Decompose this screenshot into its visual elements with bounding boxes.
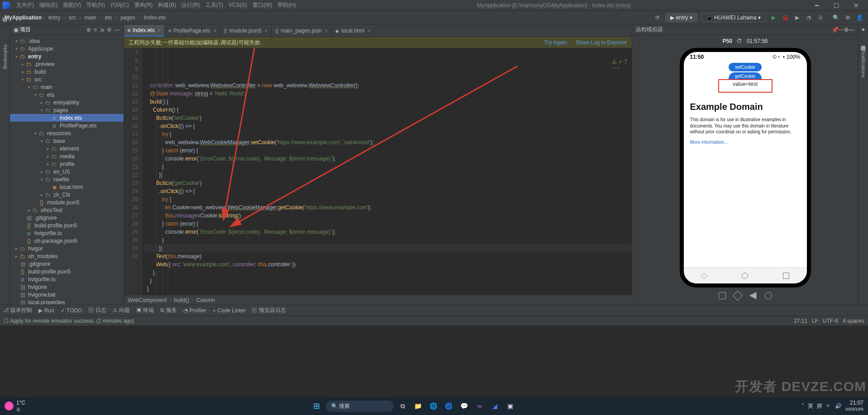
gear-icon[interactable]: ⚙ xyxy=(844,27,849,33)
tree-node[interactable]: ▾🗀ets xyxy=(10,91,124,99)
close-button[interactable]: ✕ xyxy=(847,2,865,9)
system-tray[interactable]: ˄ 英 拼 ᯤ 🔊 21:072023/10/6 xyxy=(801,400,863,412)
tree-node[interactable]: ▾🗀main xyxy=(10,83,124,91)
tree-node[interactable]: ▤local.properties xyxy=(10,298,124,305)
breadcrumb-part[interactable]: Index.ets xyxy=(144,14,166,21)
ime-indicator[interactable]: 英 xyxy=(808,402,813,410)
menu-item[interactable]: 视图(V) xyxy=(61,1,83,9)
tree-node[interactable]: ▸🗀ohosTest xyxy=(10,206,124,214)
breadcrumb-part[interactable]: src xyxy=(69,14,76,21)
line-gutter[interactable]: 7891011121314151617181920212223242526272… xyxy=(124,48,142,295)
bottom-tab[interactable]: ▤ 日志 xyxy=(88,307,106,314)
back-nav-icon[interactable] xyxy=(701,273,707,279)
collapse-all-icon[interactable]: ⇲ xyxy=(100,27,104,33)
window-controls[interactable]: ━ ☐ ✕ xyxy=(808,2,865,9)
caret-position[interactable]: 27:11 xyxy=(794,318,807,324)
tree-node[interactable]: ▾🗀.idea xyxy=(10,37,124,45)
more-icon[interactable]: ⋯ xyxy=(839,27,844,33)
explorer-icon[interactable]: 📁 xyxy=(412,400,424,412)
bottom-tab[interactable]: ▤ 预览器日志 xyxy=(252,307,286,314)
sync-icon[interactable]: ⟳ xyxy=(653,14,662,22)
tree-node[interactable]: ▤hvigorw.bat xyxy=(10,291,124,298)
profile-button[interactable]: ◔ xyxy=(805,14,813,22)
wechat-icon[interactable]: 💬 xyxy=(458,400,471,412)
editor-tab[interactable]: {}module.json5× xyxy=(220,25,272,37)
maximize-button[interactable]: ☐ xyxy=(828,2,846,9)
right-tab-dot[interactable]: ● xyxy=(862,26,865,33)
editor-tab[interactable]: ⧈ProfilePage.ets× xyxy=(165,25,220,37)
tree-node[interactable]: ▾🗀base xyxy=(10,137,124,145)
gear-icon[interactable]: ⚙ xyxy=(107,27,112,33)
bottom-tab[interactable]: ✓ TODO xyxy=(61,307,82,314)
taskbar-search[interactable]: 🔍 搜索 xyxy=(326,401,394,412)
right-tool-stripe[interactable]: ● 属性检查器 Notifications xyxy=(858,24,868,305)
minimize-button[interactable]: ━ xyxy=(808,2,826,9)
run-button[interactable]: ▶ xyxy=(769,14,777,22)
bottom-tab[interactable]: ▶ Run xyxy=(38,307,54,314)
tree-node[interactable]: ▸🗀.preview xyxy=(10,60,124,68)
tree-node[interactable]: ▸🗀en_US xyxy=(10,168,124,175)
more-info-link[interactable]: More information... xyxy=(690,140,728,145)
menu-item[interactable]: 窗口(W) xyxy=(251,1,274,9)
expand-all-icon[interactable]: ≡ xyxy=(94,27,97,33)
try-again-link[interactable]: Try Again xyxy=(544,39,567,46)
edge-icon[interactable]: 🌐 xyxy=(427,400,440,412)
tree-node[interactable]: ▸🗀media xyxy=(10,152,124,160)
tree-node[interactable]: ▾🗀AppScope xyxy=(10,45,124,52)
tree-node[interactable]: ▤hvigorw xyxy=(10,283,124,291)
tree-node[interactable]: ▸🗀zh_CN xyxy=(10,191,124,198)
debug-button[interactable]: 🐞 xyxy=(781,14,789,22)
bottom-tab[interactable]: ⧉ 服务 xyxy=(160,307,176,314)
close-tab-icon[interactable]: × xyxy=(214,28,216,33)
tree-node[interactable]: {}module.json5 xyxy=(10,198,124,206)
bottom-tab[interactable]: ⎇ 版本控制 xyxy=(3,307,32,314)
tree-node[interactable]: ▸🗀hvigor xyxy=(10,245,124,252)
line-separator[interactable]: LF xyxy=(812,318,818,324)
bottom-tab[interactable]: ▣ 终端 xyxy=(136,307,154,314)
close-tab-icon[interactable]: × xyxy=(325,28,328,33)
attach-button[interactable]: ⎘ xyxy=(816,14,825,22)
task-view-icon[interactable]: ⧉ xyxy=(396,400,409,412)
breadcrumb-part[interactable]: main xyxy=(85,14,96,21)
tree-node[interactable]: ▸🗀oh_modules xyxy=(10,252,124,260)
deveco-icon[interactable]: ◢ xyxy=(489,400,501,412)
code-editor[interactable]: ⚠ ✓ 7 ˆˇ controller: web_webview.Webview… xyxy=(142,48,632,295)
close-tab-icon[interactable]: × xyxy=(265,28,267,33)
tree-node[interactable]: ▸🗀element xyxy=(10,145,124,152)
tree-node[interactable]: ▾🗀src xyxy=(10,75,124,83)
right-tab-notifications[interactable]: Notifications xyxy=(861,51,866,78)
close-tab-icon[interactable]: × xyxy=(367,28,370,33)
tree-node[interactable]: ▾🗀pages xyxy=(10,106,124,114)
tree-node[interactable]: {}build-profile.json5 xyxy=(10,268,124,275)
vs-icon[interactable]: ∞ xyxy=(473,400,486,412)
project-tree[interactable]: ▾🗀.idea▾🗀AppScope▾🗀entry▸🗀.preview▸🗀buil… xyxy=(10,35,124,305)
phone-nav-bar[interactable] xyxy=(684,267,807,283)
search-icon[interactable]: 🔍 xyxy=(832,14,840,22)
tree-node[interactable]: ⧈hvigorfile.ts xyxy=(10,229,124,237)
breadcrumb[interactable]: MyApplication › entry › src › main › ets… xyxy=(5,14,169,21)
emulator-home-icon[interactable] xyxy=(765,292,772,299)
menu-item[interactable]: 代码(C) xyxy=(109,1,131,9)
coverage-button[interactable]: ▶ xyxy=(793,14,801,22)
tree-node[interactable]: ▾🗀rawfile xyxy=(10,175,124,183)
left-tab-bookmarks[interactable]: Bookmarks xyxy=(2,44,8,69)
menu-item[interactable]: 导航(N) xyxy=(85,1,107,9)
tree-node[interactable]: ⧈Index.ets xyxy=(10,114,124,122)
editor-tab[interactable]: {}main_pages.json× xyxy=(272,25,332,37)
menu-item[interactable]: 编辑(E) xyxy=(38,1,59,9)
avatar-icon[interactable]: 👤 xyxy=(855,14,863,22)
editor-tab[interactable]: ⧈Index.ets× xyxy=(124,25,165,37)
browser-icon[interactable]: 🌀 xyxy=(443,400,455,412)
tree-node[interactable]: {}build-profile.json5 xyxy=(10,222,124,229)
menu-item[interactable]: 文件(F) xyxy=(14,1,36,9)
tree-node[interactable]: ▸🗀profile xyxy=(10,160,124,168)
ime-mode[interactable]: 拼 xyxy=(817,402,822,410)
wifi-icon[interactable]: ᯤ xyxy=(826,403,831,409)
bottom-tab[interactable]: ◔ Profiler xyxy=(183,307,206,314)
hide-icon[interactable]: — xyxy=(849,27,854,33)
settings-icon[interactable]: ⚙ xyxy=(844,14,852,22)
left-tool-stripe[interactable]: 结构 Bookmarks xyxy=(0,24,10,305)
tree-node[interactable]: ▤.gitignore xyxy=(10,260,124,268)
menu-item[interactable]: 帮助(H) xyxy=(276,1,298,9)
start-button[interactable]: ⊞ xyxy=(310,400,323,412)
